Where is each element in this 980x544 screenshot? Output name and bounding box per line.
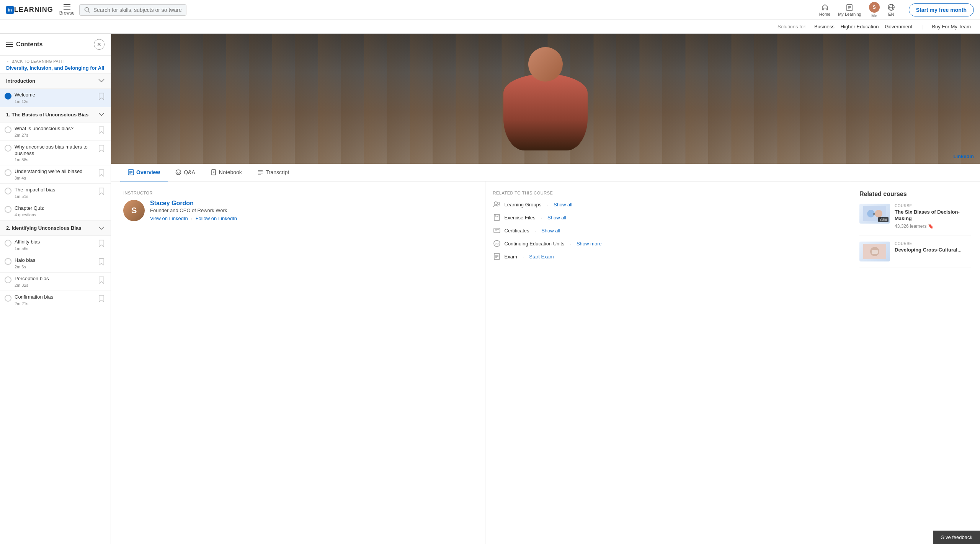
lesson-item-perception[interactable]: Perception bias 2m 32s [0, 273, 111, 291]
lesson-item-quiz1[interactable]: Chapter Quiz 4 questions [0, 202, 111, 221]
lesson-duration: 1m 58s [15, 157, 95, 162]
tab-label-transcript: Transcript [266, 169, 289, 175]
logo[interactable]: in LEARNING [6, 6, 53, 14]
section-header-1[interactable]: 1. The Basics of Unconscious Bias [0, 107, 111, 123]
buy-link[interactable]: Buy For My Team [932, 24, 971, 29]
exam-icon [493, 253, 501, 260]
course-card-2: COURSE Developing Cross-Cultural... [859, 242, 971, 268]
exam-link[interactable]: Start Exam [529, 254, 554, 260]
notebook-icon [211, 169, 217, 175]
certificates-link[interactable]: Show all [541, 228, 560, 234]
learning-groups-link[interactable]: Show all [554, 202, 572, 207]
my-learning-icon [846, 3, 853, 11]
home-nav-item[interactable]: Home [819, 3, 830, 16]
svg-text:Q: Q [177, 171, 180, 175]
lesson-status [5, 276, 11, 283]
bookmark-icon[interactable] [98, 188, 105, 195]
browse-button[interactable]: Browse [59, 4, 75, 16]
close-button[interactable]: ✕ [94, 39, 105, 50]
lesson-item-were-all[interactable]: Understanding we're all biased 3m 4s [0, 165, 111, 184]
me-nav-item[interactable]: S Me [869, 2, 880, 18]
bookmark-icon[interactable] [98, 240, 105, 247]
language-nav-item[interactable]: EN [887, 3, 895, 16]
business-link[interactable]: Business [814, 24, 835, 29]
bookmark-icon[interactable] [98, 126, 105, 134]
sidebar-title: Contents [6, 41, 42, 48]
lesson-status [5, 240, 11, 247]
course-thumb-2 [859, 242, 890, 261]
my-learning-nav-item[interactable]: My Learning [838, 3, 861, 16]
lesson-item-welcome[interactable]: Welcome 1m 12s [0, 89, 111, 107]
svg-rect-15 [128, 170, 134, 175]
lesson-item-affinity[interactable]: Affinity bias 1m 56s [0, 236, 111, 254]
related-courses-title: Related courses [859, 191, 971, 198]
instructor-name[interactable]: Stacey Gordon [150, 200, 237, 207]
free-trial-button[interactable]: Start my free month [909, 3, 974, 16]
search-input[interactable] [93, 7, 181, 13]
lesson-item-confirmation[interactable]: Confirmation bias 2m 21s [0, 291, 111, 309]
ceu-link[interactable]: Show more [577, 241, 602, 247]
course-duration-1: 26m [878, 217, 889, 222]
bookmark-icon[interactable] [98, 258, 105, 266]
tab-overview[interactable]: Overview [120, 164, 168, 181]
course-bookmark-1[interactable]: 🔖 [928, 224, 934, 229]
related-certificates: Certificates · Show all [493, 227, 843, 234]
give-feedback-button[interactable]: Give feedback [933, 531, 980, 544]
bookmark-icon[interactable] [98, 169, 105, 177]
lesson-duration: 2m 21s [15, 301, 95, 306]
my-learning-label: My Learning [838, 12, 861, 16]
lesson-name: Halo bias [15, 257, 95, 264]
search-bar[interactable] [79, 4, 186, 16]
instructor-title: Founder and CEO of Rework Work [150, 207, 237, 213]
follow-on-linkedin-link[interactable]: Follow on LinkedIn [196, 216, 237, 222]
section-header-intro[interactable]: Introduction [0, 74, 111, 89]
section-header-2[interactable]: 2. Identifying Unconscious Bias [0, 221, 111, 236]
svg-rect-46 [872, 250, 878, 254]
lesson-status [5, 295, 11, 302]
government-link[interactable]: Government [885, 24, 912, 29]
search-icon [84, 7, 90, 13]
course-name-2[interactable]: Developing Cross-Cultural... [895, 247, 962, 253]
tab-qa[interactable]: Q Q&A [168, 164, 203, 181]
bottom-content: INSTRUCTOR S Stacey Gordon Founder and C… [111, 181, 980, 544]
lesson-duration: 2m 6s [15, 265, 95, 269]
logo-text: LEARNING [14, 6, 53, 14]
bookmark-icon[interactable] [98, 295, 105, 302]
exercise-files-icon [493, 214, 501, 221]
view-on-linkedin-link[interactable]: View on LinkedIn [150, 216, 188, 222]
bookmark-icon[interactable] [98, 276, 105, 284]
svg-point-28 [494, 202, 497, 205]
lesson-name: The impact of bias [15, 187, 95, 193]
logo-in: in [6, 6, 14, 14]
lesson-status [5, 126, 11, 133]
lesson-name: What is unconscious bias? [15, 126, 95, 132]
learning-path-title: Diversity, Inclusion, and Belonging for … [6, 65, 105, 72]
tab-transcript[interactable]: Transcript [250, 164, 297, 181]
me-label: Me [871, 13, 877, 18]
back-to-path[interactable]: ← BACK TO LEARNING PATH Diversity, Inclu… [0, 56, 111, 74]
exam-label: Exam [505, 254, 517, 260]
video-player[interactable]: Linkedin [111, 34, 980, 164]
certificates-icon [493, 227, 501, 234]
tab-notebook[interactable]: Notebook [203, 164, 250, 181]
course-thumb-image-2 [863, 244, 886, 259]
sidebar: Contents ✕ ← BACK TO LEARNING PATH Diver… [0, 34, 111, 544]
bookmark-icon-welcome[interactable] [98, 93, 105, 100]
video-scene: Linkedin [111, 34, 980, 164]
chevron-down-icon-1 [98, 113, 105, 116]
higher-education-link[interactable]: Higher Education [841, 24, 879, 29]
course-name-1[interactable]: The Six Biases of Decision-Making [895, 209, 971, 222]
lesson-item-impact[interactable]: The impact of bias 1m 51s [0, 184, 111, 202]
tabs-bar: Overview Q Q&A Notebook [111, 164, 980, 181]
lesson-name: Affinity bias [15, 239, 95, 245]
chevron-down-icon [98, 79, 105, 83]
lesson-item-what-is[interactable]: What is unconscious bias? 2m 27s [0, 123, 111, 141]
bookmark-icon[interactable] [98, 145, 105, 152]
related-exam: Exam · Start Exam [493, 253, 843, 260]
exercise-files-link[interactable]: Show all [547, 215, 566, 221]
lesson-item-halo[interactable]: Halo bias 2m 6s [0, 254, 111, 273]
chevron-down-icon-2 [98, 226, 105, 230]
lesson-item-why-matters[interactable]: Why unconscious bias matters to business… [0, 141, 111, 166]
svg-rect-2 [64, 9, 70, 10]
left-panel: INSTRUCTOR S Stacey Gordon Founder and C… [111, 181, 485, 544]
